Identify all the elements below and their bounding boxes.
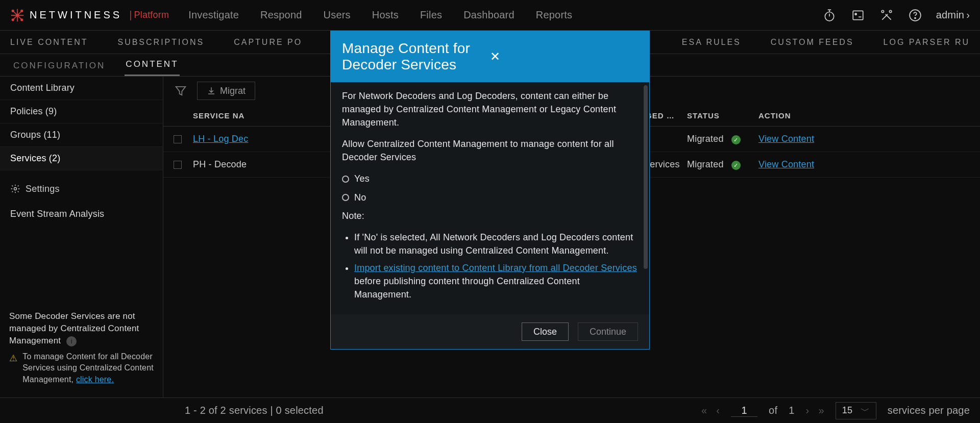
stopwatch-icon[interactable] bbox=[823, 9, 836, 22]
nav-investigate[interactable]: Investigate bbox=[188, 9, 239, 21]
radio-yes[interactable]: Yes bbox=[342, 172, 638, 185]
import-existing-link[interactable]: Import existing content to Content Libra… bbox=[354, 263, 637, 273]
note-bullet-rest: before publishing content through Centra… bbox=[354, 276, 580, 300]
note-label: Note: bbox=[342, 209, 638, 222]
app-header: NETWITNESS | Platform Investigate Respon… bbox=[0, 0, 980, 31]
brand-name: NETWITNESS bbox=[30, 9, 122, 21]
top-icon-tray bbox=[823, 9, 922, 22]
svg-point-4 bbox=[12, 9, 14, 12]
radio-no-label: No bbox=[354, 191, 366, 204]
nav-reports[interactable]: Reports bbox=[536, 9, 572, 21]
note-bullet: Import existing content to Content Libra… bbox=[354, 261, 638, 301]
brand-logo-icon bbox=[10, 8, 24, 22]
modal-overlay: Manage Content for Decoder Services ✕ Fo… bbox=[0, 31, 980, 423]
nav-users[interactable]: Users bbox=[324, 9, 351, 21]
admin-menu[interactable]: admin › bbox=[936, 9, 970, 21]
nav-hosts[interactable]: Hosts bbox=[372, 9, 399, 21]
modal-title-bar: Manage Content for Decoder Services ✕ bbox=[331, 31, 649, 82]
modal-close-icon[interactable]: ✕ bbox=[490, 49, 638, 64]
radio-icon bbox=[342, 176, 349, 183]
svg-rect-13 bbox=[853, 11, 863, 19]
modal-question: Allow Centralized Content Management to … bbox=[342, 137, 638, 164]
brand: NETWITNESS | Platform bbox=[10, 8, 169, 22]
manage-content-modal: Manage Content for Decoder Services ✕ Fo… bbox=[330, 31, 650, 350]
help-icon[interactable] bbox=[909, 9, 922, 22]
note-bullet: If 'No' is selected, All Network Decoder… bbox=[354, 231, 638, 257]
tools-icon[interactable] bbox=[880, 9, 893, 22]
modal-intro: For Network Decoders and Log Decoders, c… bbox=[342, 89, 638, 129]
svg-point-8 bbox=[16, 13, 19, 16]
svg-point-17 bbox=[889, 10, 891, 12]
svg-point-6 bbox=[12, 18, 14, 21]
chevron-right-icon: › bbox=[966, 9, 970, 21]
radio-yes-label: Yes bbox=[354, 172, 370, 185]
brand-suffix: Platform bbox=[134, 10, 169, 20]
panel-icon[interactable] bbox=[851, 9, 865, 22]
modal-footer: Close Continue bbox=[331, 314, 649, 349]
continue-button[interactable]: Continue bbox=[578, 322, 638, 341]
svg-point-5 bbox=[20, 9, 23, 12]
svg-point-14 bbox=[855, 13, 856, 15]
svg-point-16 bbox=[881, 10, 884, 12]
radio-no[interactable]: No bbox=[342, 191, 638, 204]
note-list: If 'No' is selected, All Network Decoder… bbox=[354, 231, 638, 301]
svg-point-7 bbox=[20, 18, 23, 21]
close-button[interactable]: Close bbox=[522, 322, 569, 341]
nav-respond[interactable]: Respond bbox=[260, 9, 302, 21]
modal-title: Manage Content for Decoder Services bbox=[342, 40, 490, 73]
nav-dashboard[interactable]: Dashboard bbox=[463, 9, 514, 21]
radio-icon bbox=[342, 194, 349, 201]
admin-label: admin bbox=[936, 9, 964, 21]
svg-point-19 bbox=[915, 17, 916, 18]
modal-body: For Network Decoders and Log Decoders, c… bbox=[331, 82, 649, 314]
scrollbar-thumb[interactable] bbox=[644, 85, 648, 269]
svg-point-9 bbox=[825, 12, 834, 20]
brand-divider: | bbox=[129, 9, 132, 21]
top-nav: Investigate Respond Users Hosts Files Da… bbox=[188, 9, 808, 21]
nav-files[interactable]: Files bbox=[420, 9, 442, 21]
